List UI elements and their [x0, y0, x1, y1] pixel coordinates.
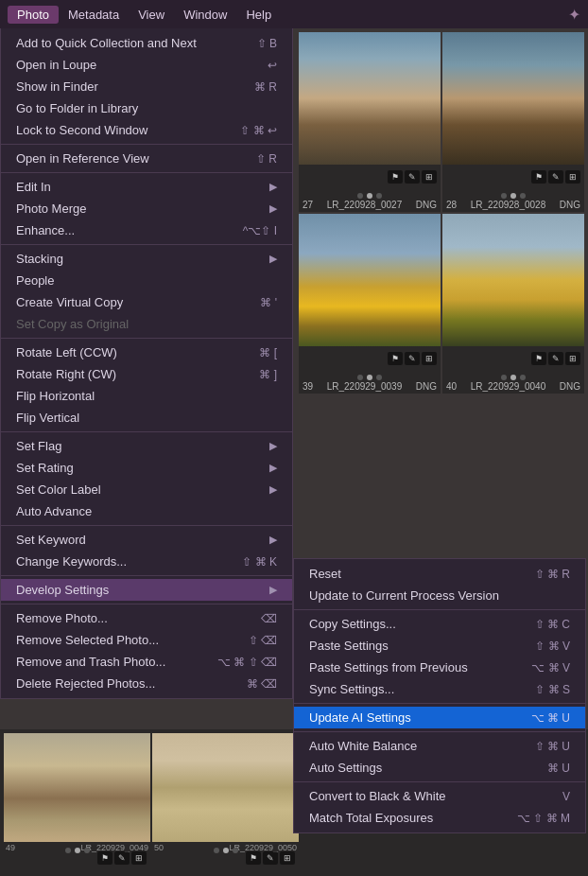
menu-item-label: Remove and Trash Photo...: [16, 655, 165, 669]
submenu-item-paste-settings[interactable]: Paste Settings ⇧ ⌘ V: [294, 635, 585, 657]
menu-shortcut: ^⌥⇧ I: [243, 224, 277, 237]
menu-item-remove-selected[interactable]: Remove Selected Photo... ⇧ ⌫: [1, 629, 292, 651]
menu-shortcut: ⌘ R: [254, 80, 277, 94]
menu-item-rotate-left[interactable]: Rotate Left (CCW) ⌘ [: [1, 342, 292, 363]
submenu-arrow-icon: ▶: [269, 462, 277, 474]
submenu-item-label: Sync Settings...: [309, 682, 394, 696]
menu-item-flip-horizontal[interactable]: Flip Horizontal: [1, 385, 292, 407]
menu-separator: [1, 244, 292, 245]
submenu-item-label: Convert to Black & White: [309, 789, 446, 803]
photo-num: 40: [446, 381, 457, 392]
submenu-item-auto-white-balance[interactable]: Auto White Balance ⇧ ⌘ U: [294, 735, 585, 757]
menu-item-develop-settings[interactable]: Develop Settings ▶: [1, 579, 292, 601]
menu-help[interactable]: Help: [236, 6, 281, 24]
photo-icons: ⚑ ✎ ⊞: [531, 170, 580, 184]
photo-icons: ⚑ ✎ ⊞: [388, 352, 437, 365]
submenu-arrow-icon: ▶: [269, 181, 277, 193]
submenu-item-sync-settings[interactable]: Sync Settings... ⇧ ⌘ S: [294, 678, 585, 700]
menu-item-change-keywords[interactable]: Change Keywords... ⇧ ⌘ K: [1, 551, 292, 572]
menu-metadata[interactable]: Metadata: [59, 6, 129, 24]
submenu-item-copy-settings[interactable]: Copy Settings... ⇧ ⌘ C: [294, 613, 585, 635]
strip-icons: ⚑ ✎ ⊞: [97, 851, 147, 865]
menu-item-stacking[interactable]: Stacking ▶: [1, 248, 292, 270]
photo-id: LR_220928_0028: [471, 200, 546, 210]
menu-item-label: Add to Quick Collection and Next: [16, 36, 197, 50]
strip-cell[interactable]: ⚑ ✎ ⊞ 50 LR_220929_0050: [152, 733, 299, 870]
menu-item-people[interactable]: People: [1, 270, 292, 291]
menu-shortcut: ⌥ ⇧ ⌘ M: [517, 812, 570, 825]
submenu-item-label: Update to Current Process Version: [309, 588, 499, 603]
submenu-item-paste-from-previous[interactable]: Paste Settings from Previous ⌥ ⌘ V: [294, 657, 585, 678]
dot: [233, 848, 238, 853]
menu-item-open-reference[interactable]: Open in Reference View ⇧ R: [1, 148, 292, 169]
submenu-separator: [294, 703, 585, 704]
strip-cell[interactable]: ⚑ ✎ ⊞ 49 LR_220929_0049: [4, 733, 150, 870]
menu-item-remove-trash[interactable]: Remove and Trash Photo... ⌥ ⌘ ⇧ ⌫: [1, 651, 292, 673]
menu-item-set-copy-as-original[interactable]: Set Copy as Original: [1, 313, 292, 335]
submenu-item-label: Auto White Balance: [309, 739, 417, 753]
menu-item-create-virtual-copy[interactable]: Create Virtual Copy ⌘ ': [1, 291, 292, 313]
photo-info: 28 LR_220928_0028 DNG: [442, 198, 584, 212]
menu-shortcut: ⌥ ⌘ U: [531, 711, 570, 725]
menu-item-enhance[interactable]: Enhance... ^⌥⇧ I: [1, 219, 292, 241]
menu-item-go-to-folder[interactable]: Go to Folder in Library: [1, 97, 292, 119]
menu-item-set-rating[interactable]: Set Rating ▶: [1, 457, 292, 479]
menu-item-set-color-label[interactable]: Set Color Label ▶: [1, 479, 292, 500]
photo-fmt: DNG: [560, 381, 580, 392]
photo-icon-edit: ✎: [405, 352, 420, 365]
menu-item-label: Flip Horizontal: [16, 389, 95, 403]
menu-item-lock-second-window[interactable]: Lock to Second Window ⇧ ⌘ ↩: [1, 119, 292, 141]
menu-window[interactable]: Window: [174, 6, 236, 24]
photo-cell[interactable]: ⚑ ✎ ⊞ 40 LR_220929_0040 DNG: [442, 214, 584, 394]
photo-icon: ⚑: [97, 851, 112, 865]
dot: [75, 848, 80, 853]
menu-shortcut: ⌥ ⌘ V: [531, 661, 570, 675]
menu-item-label: Rotate Left (CCW): [16, 345, 117, 359]
menu-item-label: Set Copy as Original: [16, 317, 129, 331]
submenu-item-convert-bw[interactable]: Convert to Black & White V: [294, 785, 585, 807]
submenu-item-reset[interactable]: Reset ⇧ ⌘ R: [294, 563, 585, 585]
menu-item-set-flag[interactable]: Set Flag ▶: [1, 435, 292, 457]
submenu-separator: [294, 609, 585, 610]
menu-item-set-keyword[interactable]: Set Keyword ▶: [1, 529, 292, 551]
menu-item-photo-merge[interactable]: Photo Merge ▶: [1, 198, 292, 219]
dot: [223, 848, 229, 853]
submenu-item-label: Match Total Exposures: [309, 811, 433, 825]
submenu-item-auto-settings[interactable]: Auto Settings ⌘ U: [294, 757, 585, 779]
menu-shortcut: ⇧ ⌘ C: [535, 618, 570, 631]
menu-item-flip-vertical[interactable]: Flip Vertical: [1, 407, 292, 429]
photo-icon: ⊞: [280, 851, 295, 865]
photo-icon-edit: ✎: [405, 170, 420, 184]
photo-fmt: DNG: [560, 200, 580, 210]
menu-item-add-quick-collection[interactable]: Add to Quick Collection and Next ⇧ B: [1, 32, 292, 54]
submenu-item-update-ai[interactable]: Update AI Settings ⌥ ⌘ U: [294, 707, 585, 728]
submenu-item-match-exposures[interactable]: Match Total Exposures ⌥ ⇧ ⌘ M: [294, 807, 585, 829]
submenu-item-update-process[interactable]: Update to Current Process Version: [294, 585, 585, 606]
menu-shortcut: ⇧ ⌘ U: [535, 740, 570, 753]
menu-shortcut: ⌘ ⌫: [247, 677, 277, 691]
menu-item-label: Rotate Right (CW): [16, 367, 116, 381]
menu-item-open-loupe[interactable]: Open in Loupe ↩: [1, 54, 292, 76]
photo-cell[interactable]: ⚑ ✎ ⊞ 27 LR_220928_0027 DNG: [299, 32, 441, 212]
menu-item-edit-in[interactable]: Edit In ▶: [1, 176, 292, 198]
submenu-arrow-icon: ▶: [269, 584, 277, 596]
photo-icons: ⚑ ✎ ⊞: [531, 352, 580, 365]
menu-item-remove-photo[interactable]: Remove Photo... ⌫: [1, 607, 292, 629]
menu-separator: [1, 338, 292, 339]
menu-photo[interactable]: Photo: [8, 6, 59, 24]
menu-item-rotate-right[interactable]: Rotate Right (CW) ⌘ ]: [1, 363, 292, 385]
menu-item-auto-advance[interactable]: Auto Advance: [1, 500, 292, 522]
dot: [65, 848, 71, 853]
strip-icons: ⚑ ✎ ⊞: [246, 851, 295, 865]
menu-shortcut: ⇧ ⌘ R: [535, 568, 570, 581]
menu-shortcut: ⇧ ⌘ K: [242, 555, 277, 569]
menu-item-delete-rejected[interactable]: Delete Rejected Photos... ⌘ ⌫: [1, 673, 292, 694]
photo-cell[interactable]: ⚑ ✎ ⊞ 28 LR_220928_0028 DNG: [442, 32, 584, 212]
menu-view[interactable]: View: [129, 6, 174, 24]
menu-item-label: Lock to Second Window: [16, 123, 147, 137]
photo-info: 40 LR_220929_0040 DNG: [442, 379, 584, 394]
menu-separator: [1, 144, 292, 145]
menu-item-label: Stacking: [16, 252, 63, 266]
menu-item-show-finder[interactable]: Show in Finder ⌘ R: [1, 76, 292, 97]
photo-cell[interactable]: ⚑ ✎ ⊞ 39 LR_220929_0039 DNG: [299, 214, 441, 394]
